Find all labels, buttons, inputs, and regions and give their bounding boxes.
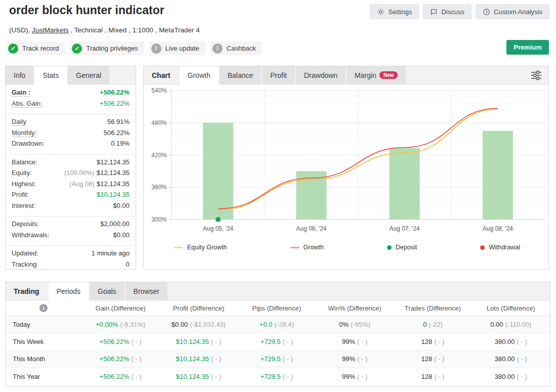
bar-Aug 07, '24[interactable] [390, 148, 420, 220]
cell-value: 99% [342, 373, 355, 380]
stat-row: Gain :+506.22% [12, 89, 130, 100]
chart-tab-chart[interactable]: Chart [144, 66, 179, 84]
custom-analysis-button[interactable]: Custom Analysis [476, 4, 549, 19]
svg-text:300%: 300% [151, 216, 167, 223]
settings-button[interactable]: Settings [370, 4, 419, 19]
cell-difference: ( - ) [357, 355, 367, 363]
stat-row: Drawdown:0.19% [12, 140, 130, 151]
periods-tab-browser[interactable]: Browser [125, 282, 167, 300]
table-row-this-year[interactable]: This Year+506.22%( - )$10,124.35( - )+72… [6, 368, 550, 385]
stat-label: Abs. Gain: [12, 100, 42, 108]
badge-live-update[interactable]: !Live update [149, 41, 205, 55]
badge-label: Track record [22, 45, 59, 52]
subtitle-details: , Technical , Mixed , 1:1000 , MetaTrade… [69, 26, 200, 34]
status-badges: ✓Track record✓Trading privileges!Live up… [6, 41, 262, 55]
divider [6, 114, 136, 114]
stat-value: $10,124.35 [97, 191, 130, 198]
chart-tab-drawdown[interactable]: Drawdown [296, 66, 346, 84]
periods-tab-goals[interactable]: Goals [90, 282, 124, 300]
tab-label: Chart [152, 71, 170, 79]
cell-value: 0.00 [490, 321, 503, 328]
stat-value-prefix: (Aug 08) [69, 180, 95, 188]
period-label: Today [6, 321, 81, 328]
stat-row: Profit:$10,124.35 [12, 191, 130, 202]
cell-difference: ( - ) [434, 355, 444, 363]
broker-link[interactable]: JustMarkets [32, 26, 69, 34]
stat-value: +506.22% [100, 100, 130, 107]
stat-value: (100.00%)$12,124.35 [64, 169, 130, 177]
button-label: Discuss [441, 8, 464, 16]
info-icon[interactable]: i [39, 304, 48, 312]
stat-value-main: 0.19% [111, 140, 130, 147]
stat-value: 56.91% [107, 118, 130, 125]
filter-sliders-icon[interactable] [530, 70, 542, 82]
legend-equity-growth[interactable]: Equity Growth [174, 244, 227, 251]
cell-value: $10,124.35 [176, 355, 209, 363]
period-label: This Year [6, 373, 81, 380]
legend-growth[interactable]: Growth [290, 244, 324, 251]
stat-value-main: $12,124.35 [97, 158, 130, 166]
table-row-this-week[interactable]: This Week+506.22%( - )$10,124.35( - )+72… [6, 333, 550, 351]
tab-label: Drawdown [304, 71, 337, 79]
badge-trading-privileges[interactable]: ✓Trading privileges [70, 41, 144, 55]
cell-difference: ( - ) [357, 338, 367, 345]
table-row-today[interactable]: Today+0.00%(-9.31%)$0.00(-$1,032.43)+0.0… [6, 316, 550, 333]
period-cell: 0(-22) [394, 321, 472, 328]
period-cell: $10,124.35( - ) [159, 373, 237, 380]
premium-button[interactable]: Premium [506, 40, 549, 55]
stats-tabstrip: InfoStatsGeneral [6, 66, 136, 84]
table-row-this-month[interactable]: This Month+506.22%( - )$10,124.35( - )+7… [6, 351, 550, 368]
cell-difference: ( - ) [132, 373, 142, 380]
period-cell: +729.5( - ) [238, 373, 316, 380]
bar-Aug 05, '24[interactable] [203, 123, 233, 220]
badge-track-record[interactable]: ✓Track record [6, 41, 65, 55]
period-cell: 128( - ) [394, 338, 472, 345]
cell-difference: (-110.00) [505, 321, 532, 328]
periods-table-header: iGain (Difference)Profit (Difference)Pip… [6, 300, 550, 316]
cell-value: +506.22% [100, 355, 130, 363]
stat-value-prefix: (100.00%) [64, 169, 95, 177]
period-cell: $10,124.35( - ) [159, 338, 237, 345]
legend-label: Deposit [396, 244, 417, 251]
stat-row: Equity:(100.00%)$12,124.35 [12, 169, 130, 180]
cell-value: +729.5 [261, 338, 281, 345]
stat-label: Interest: [12, 202, 35, 209]
column-header: Win% (Difference) [316, 304, 394, 312]
stats-tab-stats[interactable]: Stats [34, 66, 67, 84]
divider [6, 216, 136, 216]
legend-withdrawal[interactable]: Withdrawal [480, 244, 520, 251]
cell-value: +729.5 [261, 373, 281, 380]
chart-tab-balance[interactable]: Balance [220, 66, 262, 84]
deposit-marker[interactable] [216, 217, 221, 222]
stats-tab-general[interactable]: General [68, 66, 109, 84]
periods-panel: TradingPeriodsGoalsBrowser iGain (Differ… [5, 282, 550, 386]
tab-label: Periods [57, 287, 80, 295]
cell-value: 380.00 [495, 373, 515, 380]
periods-tab-periods[interactable]: Periods [49, 282, 89, 300]
period-label: This Week [6, 338, 81, 345]
period-cell: $0.00(-$1,032.43) [159, 321, 237, 328]
stat-label: Gain : [12, 89, 30, 97]
stat-value: 506.22% [104, 129, 130, 137]
period-label: This Month [6, 355, 81, 363]
bar-Aug 08, '24[interactable] [483, 131, 513, 220]
stat-label: Equity: [12, 169, 32, 177]
discuss-button[interactable]: Discuss [423, 4, 472, 19]
stats-tab-info[interactable]: Info [6, 66, 33, 84]
growth-chart-plot[interactable]: 300%360%420%480%540%Aug 05, '24Aug 06, '… [144, 84, 548, 239]
badge-cashback[interactable]: !Cashback [210, 41, 262, 55]
cell-difference: ( - ) [434, 373, 444, 380]
cell-difference: ( - ) [283, 373, 293, 380]
tab-label: Stats [42, 71, 59, 79]
chart-tab-profit[interactable]: Profit [262, 66, 295, 84]
stat-label: Drawdown: [12, 140, 45, 147]
cell-difference: ( - ) [211, 338, 221, 345]
stat-value: (Aug 08)$12,124.35 [69, 180, 130, 188]
period-cell: 0%(-95%) [316, 321, 394, 328]
legend-deposit[interactable]: Deposit [387, 244, 417, 251]
tab-label: Growth [188, 71, 210, 79]
stat-label: Highest: [12, 180, 36, 188]
chart-tab-growth[interactable]: Growth [180, 66, 219, 84]
chart-tab-margin[interactable]: MarginNew [347, 66, 406, 84]
periods-tab-trading[interactable]: Trading [6, 282, 48, 300]
